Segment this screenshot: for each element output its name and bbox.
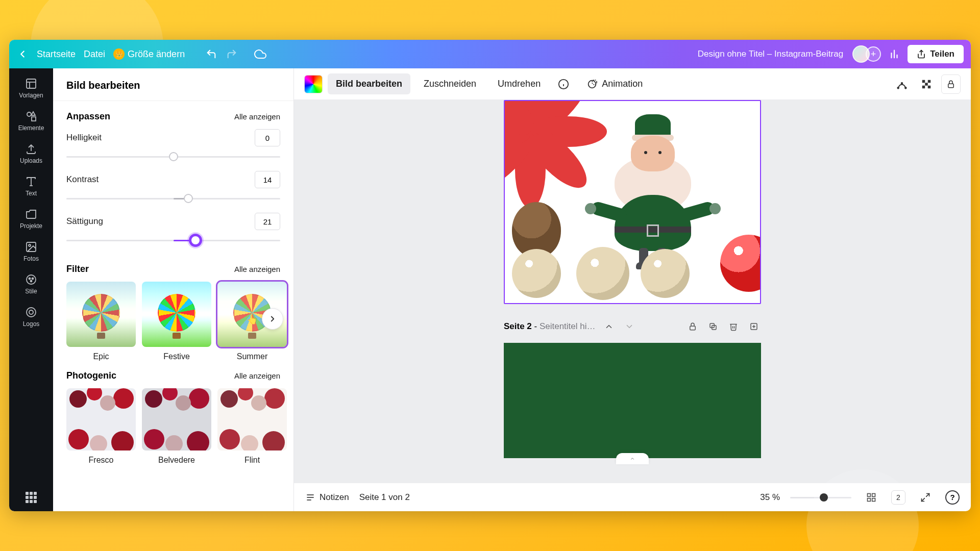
rail-projects[interactable]: Projekte — [9, 202, 53, 235]
photogenic-flint[interactable]: Flint — [217, 388, 287, 465]
filter-festive[interactable]: Festive — [142, 282, 211, 361]
notes-button[interactable]: Notizen — [305, 492, 349, 503]
ornaments — [505, 239, 760, 300]
home-link[interactable]: Startseite — [37, 49, 76, 60]
svg-point-14 — [29, 244, 31, 246]
santa-graphic — [607, 114, 699, 247]
adjust-heading: Anpassen — [66, 111, 110, 122]
svg-line-48 — [926, 493, 929, 496]
animation-button[interactable]: Animation — [578, 73, 651, 95]
adjust-show-all[interactable]: Alle anzeigen — [234, 112, 280, 121]
rail-uploads[interactable]: Uploads — [9, 137, 53, 169]
rail-elements[interactable]: Elemente — [9, 104, 53, 137]
svg-point-19 — [29, 310, 33, 314]
svg-point-18 — [31, 281, 32, 282]
grid-view-button[interactable] — [862, 488, 881, 507]
bottom-bar: Notizen Seite 1 von 2 35 % 2 — [294, 483, 971, 511]
page-2-header: Seite 2 - Seitentitel hi… — [504, 319, 761, 334]
fullscreen-button[interactable] — [916, 488, 935, 507]
rail-photos[interactable]: Fotos — [9, 235, 53, 267]
resize-button[interactable]: 👑 Größe ändern — [113, 48, 185, 60]
color-swatch[interactable] — [304, 75, 323, 93]
add-member-button[interactable]: + — [866, 46, 881, 62]
crop-button[interactable]: Zuschneiden — [415, 73, 484, 94]
page-duplicate-icon[interactable] — [706, 319, 720, 334]
info-button[interactable] — [554, 74, 573, 94]
page-indicator: Seite 1 von 2 — [359, 492, 410, 503]
context-toolbar: Bild bearbeiten Zuschneiden Umdrehen Ani… — [294, 68, 971, 100]
page-delete-icon[interactable] — [726, 319, 741, 334]
svg-rect-4 — [27, 79, 36, 88]
rail-templates[interactable]: Vorlagen — [9, 71, 53, 104]
photogenic-fresco[interactable]: Fresco — [66, 388, 136, 465]
rail-text[interactable]: Text — [9, 169, 53, 202]
document-title[interactable]: Design ohne Titel – Instagram-Beitrag — [698, 49, 843, 59]
brightness-value[interactable]: 0 — [255, 129, 280, 146]
page-2[interactable] — [504, 343, 761, 458]
animation-icon — [586, 79, 598, 90]
lock-button[interactable] — [941, 74, 961, 94]
redo-icon[interactable] — [226, 48, 238, 60]
rail-styles[interactable]: Stile — [9, 267, 53, 300]
filters-next-button[interactable] — [262, 308, 283, 330]
insights-icon[interactable] — [888, 48, 900, 60]
canvas-area: Bild bearbeiten Zuschneiden Umdrehen Ani… — [294, 68, 971, 511]
filter-summer-label: Summer — [217, 352, 287, 361]
crown-icon: 👑 — [113, 48, 125, 60]
help-button[interactable]: ? — [945, 490, 960, 505]
rail-logos[interactable]: Logos — [9, 300, 53, 333]
photogenic-belvedere[interactable]: Belvedere — [142, 388, 211, 465]
svg-marker-9 — [31, 112, 35, 115]
svg-point-27 — [905, 87, 906, 88]
page-1[interactable] — [504, 100, 761, 304]
resize-label: Größe ändern — [128, 49, 185, 60]
page-collapse-up-icon[interactable] — [602, 319, 616, 334]
edit-image-button[interactable]: Bild bearbeiten — [328, 73, 410, 94]
panel-title: Bild bearbeiten — [53, 68, 293, 101]
photogenic-belvedere-label: Belvedere — [142, 456, 211, 465]
svg-point-16 — [29, 278, 31, 280]
cloud-sync-icon[interactable] — [254, 48, 266, 60]
share-label: Teilen — [930, 49, 954, 59]
app-window: Startseite Datei 👑 Größe ändern Design o… — [9, 40, 971, 511]
rail-projects-label: Projekte — [20, 222, 42, 230]
position-button[interactable] — [892, 74, 912, 94]
filter-epic[interactable]: Epic — [66, 282, 136, 361]
photogenic-show-all[interactable]: Alle anzeigen — [234, 371, 280, 380]
page-count-badge[interactable]: 2 — [891, 490, 905, 505]
back-icon[interactable] — [16, 48, 29, 60]
rail-photos-label: Fotos — [23, 255, 39, 262]
share-button[interactable]: Teilen — [908, 45, 964, 63]
saturation-value[interactable]: 21 — [255, 213, 280, 230]
filter-epic-label: Epic — [66, 352, 136, 361]
flip-button[interactable]: Umdrehen — [489, 73, 549, 94]
saturation-slider[interactable] — [66, 235, 280, 245]
canvas-stage[interactable]: Seite 2 - Seitentitel hi… — [294, 100, 971, 483]
transparency-button[interactable] — [917, 74, 936, 94]
brightness-slider[interactable] — [66, 152, 280, 162]
svg-point-17 — [32, 278, 34, 280]
filter-show-all[interactable]: Alle anzeigen — [234, 265, 280, 273]
notes-icon — [305, 492, 315, 503]
contrast-slider[interactable] — [66, 193, 280, 204]
photogenic-flint-label: Flint — [217, 456, 287, 465]
page-add-icon[interactable] — [747, 319, 761, 334]
page-handle[interactable] — [616, 453, 649, 464]
contrast-value[interactable]: 14 — [255, 171, 280, 188]
notes-label: Notizen — [320, 492, 349, 503]
svg-point-20 — [27, 308, 36, 317]
animation-label: Animation — [602, 79, 643, 89]
svg-rect-31 — [925, 83, 928, 86]
zoom-slider[interactable] — [790, 492, 851, 503]
svg-line-49 — [922, 498, 925, 501]
file-menu[interactable]: Datei — [84, 49, 105, 60]
rail-elements-label: Elemente — [18, 124, 44, 132]
svg-rect-29 — [922, 80, 925, 83]
top-bar: Startseite Datei 👑 Größe ändern Design o… — [9, 40, 971, 68]
page-2-title[interactable]: Seite 2 - Seitentitel hi… — [504, 321, 596, 332]
rail-apps[interactable] — [26, 484, 37, 511]
poinsettia-graphic — [504, 100, 586, 188]
page-lock-icon[interactable] — [685, 319, 700, 334]
undo-icon[interactable] — [205, 48, 217, 60]
page-expand-down-icon[interactable] — [622, 319, 636, 334]
